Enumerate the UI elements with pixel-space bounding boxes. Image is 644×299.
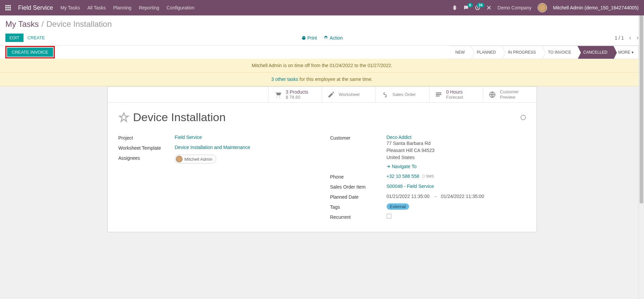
stat-products-amount: $ 78.60 [286, 95, 308, 100]
more-label: MORE [618, 50, 630, 55]
record-title: Device Installation [133, 111, 226, 124]
planned-date-start: 01/21/2022 11:35:00 [387, 194, 430, 199]
stage-more-button[interactable]: MORE ▾ [613, 46, 639, 59]
nav-configuration[interactable]: Configuration [166, 5, 194, 10]
worksheet-template-value[interactable]: Device Installation and Maintenance [175, 145, 314, 150]
user-avatar[interactable] [538, 3, 547, 12]
project-label: Project [118, 135, 175, 141]
create-button[interactable]: CREATE [23, 34, 49, 42]
stage-in-progress[interactable]: IN PROGRESS [502, 46, 542, 59]
stage-cancelled[interactable]: CANCELLED [577, 46, 613, 59]
other-tasks-suffix: for this employee at the same time. [300, 77, 373, 82]
stat-worksheet-label: Worksheet [339, 92, 360, 97]
sales-order-item-value[interactable]: S00048 - Field Service [387, 184, 526, 189]
scrollbar-thumb[interactable] [640, 15, 643, 203]
apps-icon[interactable] [5, 5, 11, 10]
navigate-to-button[interactable]: Navigate To [387, 164, 417, 169]
activities-icon[interactable]: 24 [475, 5, 480, 10]
breadcrumb-sep: / [42, 19, 44, 29]
navigate-label: Navigate To [392, 164, 417, 169]
stat-sales-order[interactable]: Sales Order [376, 87, 429, 102]
caret-down-icon: ▾ [632, 50, 634, 55]
assignee-avatar [176, 156, 183, 162]
app-title[interactable]: Field Service [18, 4, 53, 11]
mobile-icon [422, 175, 425, 178]
breadcrumb-parent[interactable]: My Tasks [5, 19, 39, 29]
globe-icon [489, 91, 496, 98]
assignees-label: Assignees [118, 155, 175, 161]
address-country: United States [387, 154, 526, 161]
arrow-right-icon [387, 164, 391, 168]
stat-products[interactable]: 3 Products $ 78.60 [268, 87, 322, 102]
print-button[interactable]: Print [301, 35, 317, 41]
stat-sales-order-label: Sales Order [393, 92, 416, 97]
svg-rect-2 [423, 175, 425, 178]
pager-value[interactable]: 1 / 1 [615, 35, 624, 41]
gear-icon [324, 36, 328, 40]
messages-icon[interactable]: 6 [463, 5, 469, 10]
nav-my-tasks[interactable]: My Tasks [60, 5, 80, 10]
nav-reporting[interactable]: Reporting [139, 5, 159, 10]
tags-label: Tags [330, 204, 387, 210]
stage-planned[interactable]: PLANNED [471, 46, 502, 59]
stat-hours-count: 0 Hours [446, 89, 463, 95]
sms-label: SMS [426, 174, 434, 178]
kanban-state-icon[interactable] [521, 115, 526, 120]
nav-planning[interactable]: Planning [113, 5, 132, 10]
address-line2: Pleasant Hill CA 94523 [387, 147, 526, 154]
other-tasks-warning: 3 other tasks for this employee at the s… [0, 72, 644, 86]
print-label: Print [307, 35, 317, 41]
tools-icon[interactable] [486, 5, 492, 10]
stat-customer-preview-label: CustomerPreview [500, 89, 519, 100]
create-invoice-button[interactable]: CREATE INVOICE [7, 48, 53, 57]
action-label: Action [330, 35, 343, 41]
dollar-icon [381, 91, 389, 98]
project-value[interactable]: Field Service [175, 135, 314, 140]
breadcrumb: My Tasks / Device Installation [5, 19, 639, 29]
other-tasks-link[interactable]: 3 other tasks [271, 77, 298, 82]
debug-icon[interactable] [452, 5, 457, 10]
print-icon [301, 36, 306, 40]
scrollbar[interactable] [639, 15, 644, 232]
company-switcher[interactable]: Demo Company [498, 5, 532, 10]
address-line1: 77 Santa Barbara Rd [387, 140, 526, 147]
stat-forecast-label: Forecast [446, 95, 463, 100]
assignee-name: Mitchell Admin [185, 157, 213, 162]
timeoff-warning: Mitchell Admin is on time off from the 0… [0, 59, 644, 72]
assignee-tag[interactable]: Mitchell Admin [175, 155, 216, 163]
messages-badge: 6 [467, 3, 473, 7]
star-icon[interactable] [118, 112, 129, 123]
phone-value[interactable]: +32 10 588 558 [387, 173, 419, 179]
tag-external[interactable]: External [387, 203, 409, 210]
pager-prev-icon[interactable]: ‹ [629, 34, 631, 41]
recurrent-label: Recurrent [330, 214, 387, 220]
stage-new[interactable]: NEW [449, 46, 471, 59]
user-menu[interactable]: Mitchell Admin (demo_150_1642744005) [553, 5, 639, 10]
arrow-icon: → [433, 194, 438, 199]
customer-name[interactable]: Deco Addict [387, 135, 526, 140]
stat-customer-preview[interactable]: CustomerPreview [483, 87, 537, 102]
stage-to-invoice[interactable]: TO INVOICE [542, 46, 577, 59]
planned-date-end: 01/24/2022 11:35:00 [441, 194, 484, 199]
customer-label: Customer [330, 135, 387, 141]
nav-all-tasks[interactable]: All Tasks [87, 5, 106, 10]
sms-button[interactable]: SMS [422, 174, 434, 178]
tasks-icon [435, 91, 442, 98]
breadcrumb-current: Device Installation [46, 19, 112, 29]
planned-date-label: Planned Date [330, 194, 387, 200]
worksheet-template-label: Worksheet Template [118, 145, 175, 151]
action-button[interactable]: Action [324, 35, 343, 41]
cart-icon [274, 91, 282, 99]
sales-order-item-label: Sales Order Item [330, 184, 387, 190]
phone-label: Phone [330, 173, 387, 180]
recurrent-checkbox[interactable] [387, 214, 391, 218]
activities-badge: 24 [477, 3, 484, 7]
pencil-icon [328, 91, 335, 98]
stat-worksheet[interactable]: Worksheet [322, 87, 376, 102]
stat-products-count: 3 Products [286, 89, 308, 95]
stat-forecast[interactable]: 0 Hours Forecast [429, 87, 483, 102]
create-invoice-highlight: CREATE INVOICE [5, 46, 55, 58]
edit-button[interactable]: EDIT [5, 34, 23, 42]
